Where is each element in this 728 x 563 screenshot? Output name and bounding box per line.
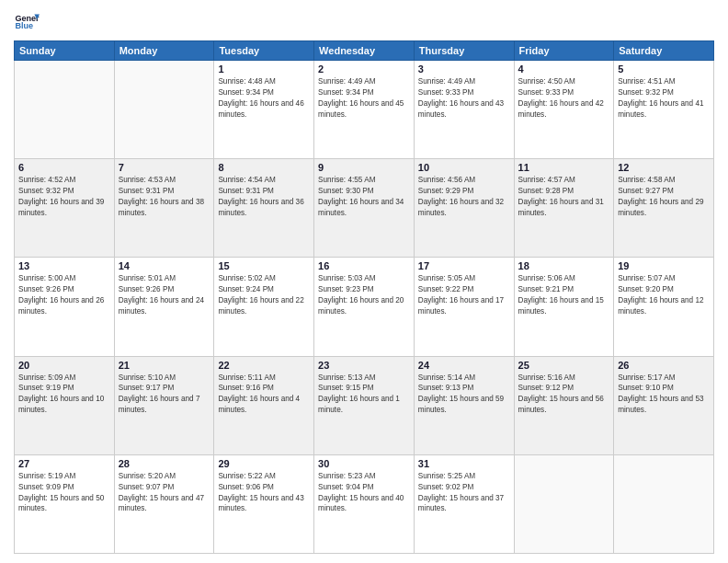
day-number: 24	[418, 360, 510, 371]
day-number: 21	[119, 360, 210, 371]
day-detail: Sunrise: 4:49 AMSunset: 9:34 PMDaylight:…	[318, 76, 410, 121]
day-number: 2	[318, 63, 410, 75]
day-detail: Sunrise: 5:16 AMSunset: 9:12 PMDaylight:…	[518, 373, 610, 417]
day-header-wednesday: Wednesday	[314, 41, 415, 61]
calendar-cell	[614, 454, 714, 553]
day-detail: Sunrise: 4:52 AMSunset: 9:32 PMDaylight:…	[18, 175, 110, 219]
day-detail: Sunrise: 5:00 AMSunset: 9:26 PMDaylight:…	[18, 273, 110, 317]
day-number: 28	[119, 458, 210, 469]
day-detail: Sunrise: 5:05 AMSunset: 9:22 PMDaylight:…	[418, 273, 510, 317]
calendar-cell: 14Sunrise: 5:01 AMSunset: 9:26 PMDayligh…	[114, 258, 214, 356]
day-detail: Sunrise: 5:06 AMSunset: 9:21 PMDaylight:…	[518, 273, 610, 317]
day-number: 13	[18, 260, 110, 271]
svg-text:Blue: Blue	[15, 21, 33, 30]
calendar-cell: 22Sunrise: 5:11 AMSunset: 9:16 PMDayligh…	[214, 356, 314, 454]
day-number: 25	[518, 360, 610, 371]
day-number: 1	[218, 63, 310, 75]
day-number: 20	[18, 360, 110, 371]
logo-icon: General Blue	[14, 9, 40, 35]
day-header-friday: Friday	[514, 41, 614, 61]
logo: General Blue	[14, 9, 40, 35]
calendar-cell: 19Sunrise: 5:07 AMSunset: 9:20 PMDayligh…	[614, 258, 714, 356]
calendar-cell: 23Sunrise: 5:13 AMSunset: 9:15 PMDayligh…	[314, 356, 415, 454]
calendar-cell: 5Sunrise: 4:51 AMSunset: 9:32 PMDaylight…	[614, 61, 714, 159]
day-number: 17	[418, 260, 510, 271]
day-detail: Sunrise: 5:23 AMSunset: 9:04 PMDaylight:…	[318, 471, 410, 515]
day-detail: Sunrise: 5:11 AMSunset: 9:16 PMDaylight:…	[218, 373, 310, 417]
calendar-cell: 10Sunrise: 4:56 AMSunset: 9:29 PMDayligh…	[414, 159, 514, 258]
day-detail: Sunrise: 5:10 AMSunset: 9:17 PMDaylight:…	[119, 373, 210, 417]
day-header-sunday: Sunday	[15, 41, 115, 61]
day-detail: Sunrise: 5:17 AMSunset: 9:10 PMDaylight:…	[618, 373, 710, 417]
day-detail: Sunrise: 4:53 AMSunset: 9:31 PMDaylight:…	[119, 175, 210, 219]
day-detail: Sunrise: 4:54 AMSunset: 9:31 PMDaylight:…	[218, 175, 310, 219]
calendar-cell: 2Sunrise: 4:49 AMSunset: 9:34 PMDaylight…	[314, 61, 415, 159]
day-number: 5	[618, 63, 710, 75]
day-number: 19	[618, 260, 710, 271]
calendar-cell: 18Sunrise: 5:06 AMSunset: 9:21 PMDayligh…	[514, 258, 614, 356]
calendar-cell: 11Sunrise: 4:57 AMSunset: 9:28 PMDayligh…	[514, 159, 614, 258]
day-detail: Sunrise: 4:49 AMSunset: 9:33 PMDaylight:…	[418, 76, 510, 121]
day-number: 26	[618, 360, 710, 371]
day-number: 11	[518, 162, 610, 173]
day-number: 16	[318, 260, 410, 271]
day-detail: Sunrise: 4:56 AMSunset: 9:29 PMDaylight:…	[418, 175, 510, 219]
day-number: 8	[218, 162, 310, 173]
day-number: 31	[418, 458, 510, 469]
calendar-cell: 21Sunrise: 5:10 AMSunset: 9:17 PMDayligh…	[114, 356, 214, 454]
day-detail: Sunrise: 5:01 AMSunset: 9:26 PMDaylight:…	[119, 273, 210, 317]
calendar-cell: 17Sunrise: 5:05 AMSunset: 9:22 PMDayligh…	[414, 258, 514, 356]
calendar-cell: 31Sunrise: 5:25 AMSunset: 9:02 PMDayligh…	[414, 454, 514, 553]
calendar-cell: 1Sunrise: 4:48 AMSunset: 9:34 PMDaylight…	[214, 61, 314, 159]
calendar-week-row: 27Sunrise: 5:19 AMSunset: 9:09 PMDayligh…	[15, 454, 714, 553]
calendar-table: SundayMondayTuesdayWednesdayThursdayFrid…	[14, 40, 714, 554]
calendar-cell: 30Sunrise: 5:23 AMSunset: 9:04 PMDayligh…	[314, 454, 415, 553]
day-detail: Sunrise: 5:02 AMSunset: 9:24 PMDaylight:…	[218, 273, 310, 317]
day-number: 18	[518, 260, 610, 271]
calendar-cell: 16Sunrise: 5:03 AMSunset: 9:23 PMDayligh…	[314, 258, 415, 356]
calendar-cell: 28Sunrise: 5:20 AMSunset: 9:07 PMDayligh…	[114, 454, 214, 553]
day-detail: Sunrise: 4:57 AMSunset: 9:28 PMDaylight:…	[518, 175, 610, 219]
day-detail: Sunrise: 5:20 AMSunset: 9:07 PMDaylight:…	[119, 471, 210, 515]
day-header-saturday: Saturday	[614, 41, 714, 61]
day-detail: Sunrise: 4:50 AMSunset: 9:33 PMDaylight:…	[518, 76, 610, 121]
day-number: 12	[618, 162, 710, 173]
calendar-cell: 26Sunrise: 5:17 AMSunset: 9:10 PMDayligh…	[614, 356, 714, 454]
day-number: 6	[18, 162, 110, 173]
day-number: 29	[218, 458, 310, 469]
calendar-week-row: 13Sunrise: 5:00 AMSunset: 9:26 PMDayligh…	[15, 258, 714, 356]
calendar-cell: 7Sunrise: 4:53 AMSunset: 9:31 PMDaylight…	[114, 159, 214, 258]
day-number: 22	[218, 360, 310, 371]
day-detail: Sunrise: 4:58 AMSunset: 9:27 PMDaylight:…	[618, 175, 710, 219]
calendar-cell: 29Sunrise: 5:22 AMSunset: 9:06 PMDayligh…	[214, 454, 314, 553]
day-detail: Sunrise: 5:09 AMSunset: 9:19 PMDaylight:…	[18, 373, 110, 417]
day-number: 15	[218, 260, 310, 271]
calendar-week-row: 6Sunrise: 4:52 AMSunset: 9:32 PMDaylight…	[15, 159, 714, 258]
calendar-cell	[514, 454, 614, 553]
calendar-cell: 27Sunrise: 5:19 AMSunset: 9:09 PMDayligh…	[15, 454, 115, 553]
day-detail: Sunrise: 4:51 AMSunset: 9:32 PMDaylight:…	[618, 76, 710, 121]
day-detail: Sunrise: 4:48 AMSunset: 9:34 PMDaylight:…	[218, 76, 310, 121]
day-detail: Sunrise: 5:14 AMSunset: 9:13 PMDaylight:…	[418, 373, 510, 417]
day-header-monday: Monday	[114, 41, 214, 61]
calendar-cell	[114, 61, 214, 159]
day-number: 14	[119, 260, 210, 271]
day-detail: Sunrise: 5:13 AMSunset: 9:15 PMDaylight:…	[318, 373, 410, 417]
day-number: 23	[318, 360, 410, 371]
day-number: 7	[119, 162, 210, 173]
day-number: 30	[318, 458, 410, 469]
calendar-cell: 24Sunrise: 5:14 AMSunset: 9:13 PMDayligh…	[414, 356, 514, 454]
day-header-thursday: Thursday	[414, 41, 514, 61]
header: General Blue	[14, 9, 714, 35]
day-detail: Sunrise: 5:03 AMSunset: 9:23 PMDaylight:…	[318, 273, 410, 317]
calendar-cell: 9Sunrise: 4:55 AMSunset: 9:30 PMDaylight…	[314, 159, 415, 258]
calendar-cell: 12Sunrise: 4:58 AMSunset: 9:27 PMDayligh…	[614, 159, 714, 258]
calendar-cell: 20Sunrise: 5:09 AMSunset: 9:19 PMDayligh…	[15, 356, 115, 454]
calendar-week-row: 1Sunrise: 4:48 AMSunset: 9:34 PMDaylight…	[15, 61, 714, 159]
day-number: 10	[418, 162, 510, 173]
calendar-page: General Blue SundayMondayTuesdayWednesda…	[0, 0, 728, 563]
day-detail: Sunrise: 5:19 AMSunset: 9:09 PMDaylight:…	[18, 471, 110, 515]
day-detail: Sunrise: 5:25 AMSunset: 9:02 PMDaylight:…	[418, 471, 510, 515]
day-number: 3	[418, 63, 510, 75]
calendar-header-row: SundayMondayTuesdayWednesdayThursdayFrid…	[15, 41, 714, 61]
